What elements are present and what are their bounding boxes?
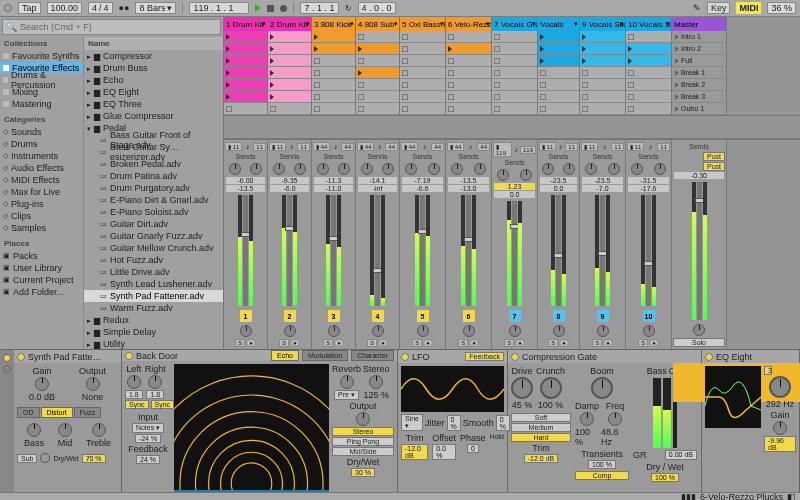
clip-slot[interactable] [268, 43, 312, 55]
echo-sync-l[interactable]: Sync [125, 400, 149, 409]
clip-slot[interactable] [580, 79, 626, 91]
track-activator[interactable]: 4 [372, 310, 384, 322]
record-arm[interactable]: ● [559, 339, 569, 347]
echo-tunnel-display[interactable] [174, 364, 329, 490]
io-indicator[interactable]: ▮ 44 [357, 142, 374, 151]
io-indicator[interactable]: ▮ 44 [401, 142, 418, 151]
expand-icon[interactable]: ◧ [787, 492, 796, 501]
preset-file[interactable]: ▭Drum Purgatory.adv [84, 182, 223, 194]
vol-readout[interactable]: -7.0 [582, 185, 623, 192]
eq-spectrum[interactable] [705, 366, 761, 428]
clip-slot[interactable] [580, 103, 626, 115]
scene-launch[interactable]: Break 2 [672, 79, 727, 91]
category-item[interactable]: ◇Max for Live [0, 186, 83, 198]
track-activator[interactable]: 8 [553, 310, 565, 322]
clip-slot[interactable] [538, 31, 580, 43]
pan-knob[interactable] [328, 325, 340, 337]
echo-left[interactable]: Left1.8 [125, 364, 143, 399]
clip-slot[interactable] [400, 55, 446, 67]
folder-item[interactable]: ▆EQ Three [84, 98, 223, 110]
clip-slot[interactable] [356, 67, 400, 79]
clip-slot[interactable] [626, 91, 672, 103]
echo-stereo[interactable]: Stereo125 % [363, 364, 390, 400]
category-item[interactable]: ◇Samples [0, 222, 83, 234]
solo-button[interactable]: S [592, 339, 602, 347]
pedal-sub[interactable]: Sub [17, 454, 37, 463]
send-knob-b[interactable] [338, 163, 350, 175]
send-knob-a[interactable] [405, 163, 417, 175]
peak-readout[interactable]: -13.5 [448, 177, 489, 184]
clip-slot[interactable] [626, 103, 672, 115]
send-knob-b[interactable] [294, 163, 306, 175]
scene-launch[interactable]: Full [672, 55, 727, 67]
lfo-jitter[interactable]: 0 % [447, 415, 461, 431]
preset-file[interactable]: ▭Drum Patina.adv [84, 170, 223, 182]
power-icon[interactable] [401, 353, 409, 361]
record-button[interactable] [280, 5, 287, 12]
clip-slot[interactable] [538, 103, 580, 115]
clip-slot[interactable] [492, 79, 538, 91]
solo-button[interactable]: S [548, 339, 558, 347]
send-knob-b[interactable] [608, 163, 620, 175]
folder-item[interactable]: ▆EQ Eight [84, 86, 223, 98]
place-item[interactable]: ▣User Library [0, 262, 83, 274]
io-indicator[interactable]: 44 [431, 143, 444, 151]
preset-file[interactable]: ▭Bass Guitar Sy…esizerizer.adv [84, 146, 223, 158]
comp-drywet[interactable]: Dry / Wet100 % [633, 462, 697, 482]
record-arm[interactable]: ● [603, 339, 613, 347]
clip-slot[interactable] [400, 103, 446, 115]
draw-mode-icon[interactable]: ✎ [693, 3, 701, 13]
master-peak[interactable]: -0.30 [674, 172, 724, 179]
peak-readout[interactable]: 1.23 [494, 183, 535, 190]
track-activator[interactable]: 3 [328, 310, 340, 322]
io-indicator[interactable]: ▮ 11 [581, 142, 598, 151]
io-indicator[interactable]: 44 [477, 143, 490, 151]
clip-slot[interactable] [626, 67, 672, 79]
io-indicator[interactable]: 119 [520, 146, 536, 154]
arrangement-position[interactable]: 119 . 1 . 1 [189, 2, 249, 14]
pedal-gain[interactable]: Gain0.0 dB [29, 366, 55, 402]
clip-slot[interactable] [268, 67, 312, 79]
clip-slot[interactable] [356, 31, 400, 43]
clip-slot[interactable] [626, 55, 672, 67]
scene-launch[interactable]: Break 3 [672, 91, 727, 103]
io-indicator[interactable]: 44 [385, 143, 398, 151]
send-knob-b[interactable] [428, 163, 440, 175]
collection-item[interactable]: Favourite Synths [0, 50, 83, 62]
clip-slot[interactable] [538, 91, 580, 103]
clip-slot[interactable] [626, 79, 672, 91]
echo-stereo-mode[interactable]: Stereo [332, 427, 394, 436]
solo-button[interactable]: S [235, 339, 245, 347]
vol-readout[interactable]: 0.0 [494, 191, 535, 198]
preset-file[interactable]: ▭Hot Fuzz.adv [84, 254, 223, 266]
track-header[interactable]: 2 Drum Kit▾ [268, 17, 312, 31]
track-header[interactable]: 9 Vocals Slice▾ [580, 17, 626, 31]
clip-slot[interactable] [312, 31, 356, 43]
volume-fader[interactable] [401, 193, 444, 308]
peak-readout[interactable]: -9.35 [270, 177, 309, 184]
folder-item[interactable]: ▆Compressor [84, 50, 223, 62]
clip-slot[interactable] [580, 31, 626, 43]
clip-slot[interactable] [268, 103, 312, 115]
clip-slot[interactable] [538, 67, 580, 79]
track-activator[interactable]: 7 [509, 310, 521, 322]
send-knob-a[interactable] [361, 163, 373, 175]
scene-launch[interactable]: Outro 1 [672, 103, 727, 115]
comp-soft[interactable]: Soft [511, 413, 571, 422]
record-arm[interactable]: ● [246, 339, 256, 347]
send-knob-a[interactable] [542, 163, 554, 175]
echo-feedback[interactable]: Feedback24 % [125, 444, 171, 464]
cue-volume[interactable] [693, 324, 705, 336]
tab-modulation[interactable]: Modulation [302, 350, 348, 361]
category-item[interactable]: ◇Sounds [0, 126, 83, 138]
clip-slot[interactable] [224, 79, 268, 91]
peak-readout[interactable]: -7.19 [402, 177, 443, 184]
record-arm[interactable]: ● [649, 339, 659, 347]
power-icon[interactable] [511, 353, 519, 361]
clip-slot[interactable] [400, 91, 446, 103]
echo-midside[interactable]: Mid/Side [332, 447, 394, 456]
power-icon[interactable] [125, 352, 133, 360]
echo-reverb[interactable]: ReverbPre ▾ [332, 364, 361, 400]
time-signature[interactable]: 4/ 4 [88, 2, 113, 14]
track-header[interactable]: 1 Drum Kit▾ [224, 17, 268, 31]
